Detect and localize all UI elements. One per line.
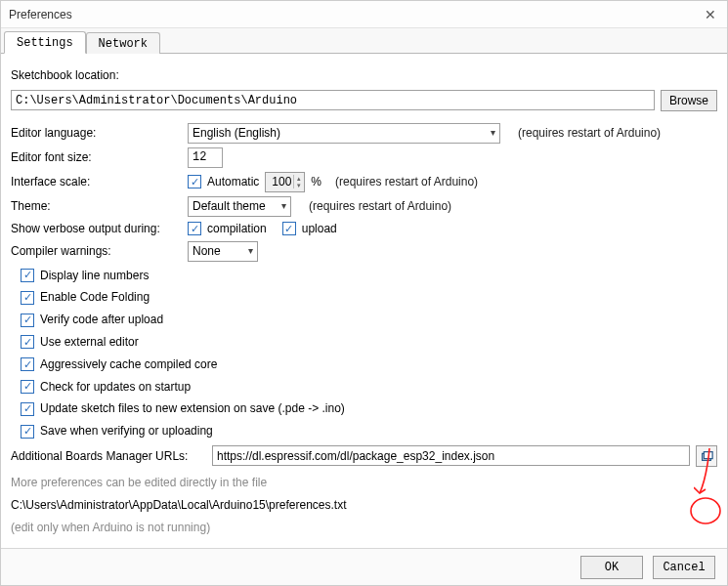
verify-code-after-upload-label: Verify code after upload [40,312,163,328]
update-sketch-ext-label: Update sketch files to new extension on … [40,400,345,417]
enable-code-folding-label: Enable Code Folding [40,289,150,306]
browse-button[interactable]: Browse [661,90,717,111]
editor-language-select[interactable]: English (English) ▾ [188,123,500,144]
close-icon[interactable]: ✕ [702,7,719,22]
interface-scale-value[interactable] [266,175,293,188]
expand-urls-button[interactable] [696,445,717,467]
theme-hint: (requires restart of Arduino) [309,198,451,215]
aggressively-cache-label: Aggressively cache compiled core [40,356,217,373]
interface-scale-automatic-checkbox[interactable] [188,175,201,188]
spinner-up-icon[interactable]: ▴ [297,175,301,182]
display-line-numbers-checkbox[interactable] [21,269,34,282]
compiler-warnings-label: Compiler warnings: [11,243,182,260]
update-sketch-ext-checkbox[interactable] [21,402,34,416]
footer: OK Cancel [1,548,727,585]
chevron-down-icon: ▾ [491,126,495,140]
use-external-editor-label: Use external editor [40,334,139,351]
theme-label: Theme: [11,198,182,215]
editor-language-label: Editor language: [11,125,182,142]
tab-settings[interactable]: Settings [4,31,86,54]
boards-urls-input[interactable] [212,445,690,466]
body: Sketchbook location: Browse Editor langu… [1,54,727,548]
check-updates-checkbox[interactable] [21,380,34,394]
editor-font-size-label: Editor font size: [11,149,182,166]
window-icon [700,449,713,463]
chevron-down-icon: ▾ [248,244,253,258]
save-when-verify-label: Save when verifying or uploading [40,423,213,440]
tab-network[interactable]: Network [86,32,160,54]
theme-value: Default theme [193,198,266,215]
display-line-numbers-label: Display line numbers [40,268,149,284]
theme-select[interactable]: Default theme ▾ [188,196,291,217]
interface-scale-label: Interface scale: [11,174,182,190]
chevron-down-icon: ▾ [281,199,286,213]
check-updates-label: Check for updates on startup [40,379,191,396]
save-when-verify-checkbox[interactable] [21,425,34,439]
boards-urls-label: Additional Boards Manager URLs: [11,448,206,465]
spinner-down-icon[interactable]: ▾ [297,182,301,188]
cancel-button[interactable]: Cancel [653,556,715,579]
verbose-compilation-label: compilation [207,221,267,237]
interface-scale-hint: (requires restart of Arduino) [335,174,478,190]
window-title: Preferences [9,8,72,21]
footnote-1: More preferences can be edited directly … [11,475,717,491]
verbose-label: Show verbose output during: [11,221,182,237]
interface-scale-automatic-label: Automatic [207,174,259,190]
enable-code-folding-checkbox[interactable] [21,291,34,305]
editor-language-hint: (requires restart of Arduino) [518,125,661,142]
verify-code-after-upload-checkbox[interactable] [21,314,34,327]
verbose-compilation-checkbox[interactable] [188,222,201,235]
editor-font-size-input[interactable] [188,147,223,168]
sketchbook-label: Sketchbook location: [11,67,717,84]
ok-button[interactable]: OK [580,556,643,579]
aggressively-cache-checkbox[interactable] [21,357,34,371]
verbose-upload-label: upload [302,221,337,237]
verbose-upload-checkbox[interactable] [282,222,296,235]
interface-scale-pct: % [311,174,321,190]
editor-language-value: English (English) [193,125,280,142]
compiler-warnings-value: None [193,243,221,260]
tabstrip: Settings Network [1,28,727,54]
use-external-editor-checkbox[interactable] [21,335,34,349]
footnote-3: (edit only when Arduino is not running) [11,520,717,536]
svg-rect-1 [704,452,712,459]
compiler-warnings-select[interactable]: None ▾ [188,241,258,262]
footnote-path: C:\Users\Administrator\AppData\Local\Ard… [11,497,717,514]
interface-scale-spinner[interactable]: ▴▾ [265,172,305,192]
sketchbook-path-input[interactable] [11,90,655,110]
